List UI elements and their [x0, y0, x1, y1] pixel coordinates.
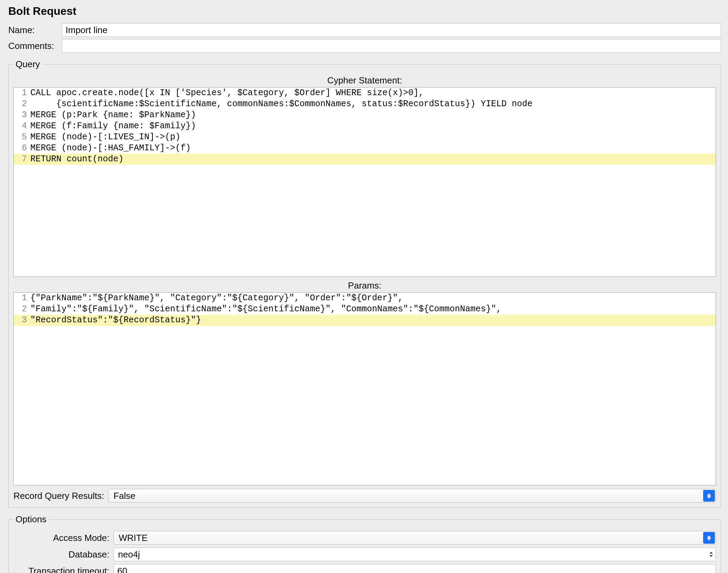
- options-group: Options Access Mode: WRITE Database: neo…: [8, 514, 721, 573]
- code-text: MERGE (p:Park {name: $ParkName}): [30, 110, 716, 121]
- record-results-value: False: [114, 491, 136, 501]
- name-input[interactable]: [62, 23, 721, 37]
- line-number: 1: [14, 293, 30, 304]
- line-number: 2: [14, 99, 30, 110]
- comments-row: Comments:: [8, 39, 721, 53]
- line-number: 3: [14, 110, 30, 121]
- name-label: Name:: [8, 25, 62, 36]
- page-title: Bolt Request: [8, 5, 721, 18]
- code-text: MERGE (node)-[:LIVES_IN]->(p): [30, 132, 716, 143]
- access-mode-value: WRITE: [119, 533, 148, 543]
- params-header: Params:: [13, 278, 716, 292]
- record-results-label: Record Query Results:: [13, 491, 108, 501]
- database-row: Database: neo4j: [13, 547, 716, 561]
- comments-label: Comments:: [8, 41, 62, 51]
- code-text: "RecordStatus":"${RecordStatus}"}: [30, 315, 716, 326]
- txn-timeout-label: Transaction timeout:: [13, 566, 114, 573]
- code-text: {"ParkName":"${ParkName}", "Category":"$…: [30, 293, 716, 304]
- line-number: 3: [14, 315, 30, 326]
- options-legend: Options: [13, 514, 49, 525]
- line-number: 2: [14, 304, 30, 315]
- line-number: 4: [14, 121, 30, 132]
- txn-timeout-input[interactable]: [114, 564, 716, 573]
- access-mode-label: Access Mode:: [13, 533, 114, 543]
- code-text: CALL apoc.create.node([x IN ['Species', …: [30, 88, 716, 99]
- database-label: Database:: [13, 549, 114, 560]
- record-results-select[interactable]: False: [108, 489, 716, 503]
- code-line[interactable]: 2"Family":"${Family}", "ScientificName":…: [14, 304, 716, 315]
- txn-timeout-row: Transaction timeout:: [13, 564, 716, 573]
- code-line[interactable]: 3MERGE (p:Park {name: $ParkName}): [14, 110, 716, 121]
- cypher-editor[interactable]: 1CALL apoc.create.node([x IN ['Species',…: [13, 87, 716, 277]
- code-text: RETURN count(node): [30, 154, 716, 165]
- line-number: 1: [14, 88, 30, 99]
- query-group: Query Cypher Statement: 1CALL apoc.creat…: [8, 59, 721, 508]
- line-number: 5: [14, 132, 30, 143]
- access-mode-select[interactable]: WRITE: [114, 531, 716, 545]
- code-line[interactable]: 1{"ParkName":"${ParkName}", "Category":"…: [14, 293, 716, 304]
- query-legend: Query: [13, 59, 42, 70]
- updown-icon: [703, 532, 715, 544]
- code-line[interactable]: 7RETURN count(node): [14, 154, 716, 165]
- code-text: "Family":"${Family}", "ScientificName":"…: [30, 304, 716, 315]
- code-text: MERGE (f:Family {name: $Family}): [30, 121, 716, 132]
- stepper-icon: [707, 549, 715, 560]
- database-input[interactable]: neo4j: [114, 547, 716, 561]
- access-mode-row: Access Mode: WRITE: [13, 531, 716, 545]
- cypher-header: Cypher Statement:: [13, 73, 716, 87]
- line-number: 6: [14, 143, 30, 154]
- database-value: neo4j: [118, 549, 140, 560]
- code-line[interactable]: 2 {scientificName:$ScientificName, commo…: [14, 99, 716, 110]
- params-editor[interactable]: 1{"ParkName":"${ParkName}", "Category":"…: [13, 292, 716, 485]
- name-row: Name:: [8, 23, 721, 37]
- code-line[interactable]: 1CALL apoc.create.node([x IN ['Species',…: [14, 88, 716, 99]
- code-text: MERGE (node)-[:HAS_FAMILY]->(f): [30, 143, 716, 154]
- code-line[interactable]: 3"RecordStatus":"${RecordStatus}"}: [14, 315, 716, 326]
- code-text: {scientificName:$ScientificName, commonN…: [30, 99, 716, 110]
- updown-icon: [703, 490, 715, 502]
- code-line[interactable]: 4MERGE (f:Family {name: $Family}): [14, 121, 716, 132]
- code-line[interactable]: 6MERGE (node)-[:HAS_FAMILY]->(f): [14, 143, 716, 154]
- line-number: 7: [14, 154, 30, 165]
- code-line[interactable]: 5MERGE (node)-[:LIVES_IN]->(p): [14, 132, 716, 143]
- record-results-row: Record Query Results: False: [13, 489, 716, 503]
- bolt-request-panel: Bolt Request Name: Comments: Query Cyphe…: [0, 0, 728, 573]
- comments-input[interactable]: [62, 39, 721, 53]
